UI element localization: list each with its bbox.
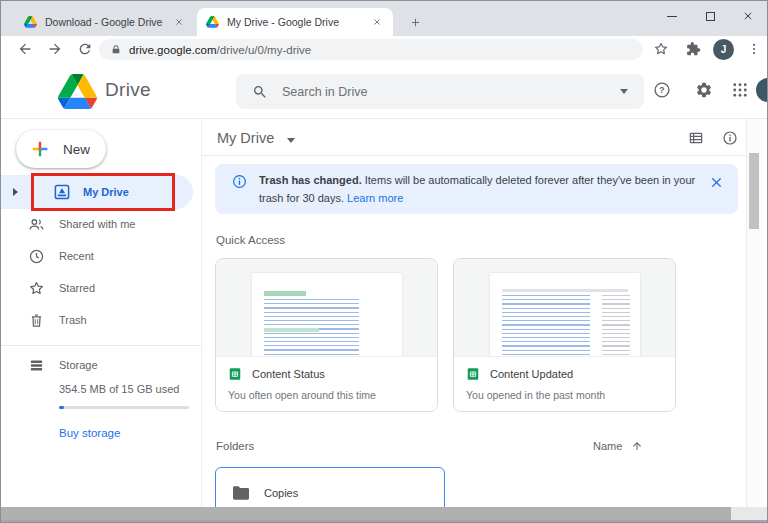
main-content: My Drive Trash has changed. Items will b…: [202, 119, 746, 507]
sidebar-item-label: Shared with me: [59, 218, 135, 230]
svg-text:?: ?: [659, 85, 664, 95]
search-icon: [252, 84, 268, 100]
sheets-icon: [466, 367, 480, 381]
window-controls: [653, 1, 767, 31]
drive-sidebar: New My Drive Shared with me Recent: [1, 119, 202, 507]
settings-button[interactable]: [695, 81, 713, 99]
address-bar[interactable]: drive.google.com/drive/u/0/my-drive: [99, 39, 643, 60]
close-icon: [743, 11, 753, 21]
list-view-icon: [688, 130, 704, 146]
horizontal-scrollbar[interactable]: [1, 507, 767, 520]
card-footer: Content Status You often open around thi…: [216, 356, 437, 412]
storage-usage-text: 354.5 MB of 15 GB used: [59, 383, 179, 395]
gear-icon: [695, 81, 713, 99]
account-avatar[interactable]: [756, 78, 768, 102]
avatar-initial: J: [721, 44, 727, 55]
sort-direction-button[interactable]: [631, 438, 643, 450]
tab-title: My Drive - Google Drive: [227, 16, 364, 28]
folder-item-copies[interactable]: Copies: [215, 467, 445, 507]
url-path: /drive/u/0/my-drive: [217, 44, 312, 56]
more-vert-icon: [747, 41, 761, 57]
browser-toolbar: drive.google.com/drive/u/0/my-drive J: [1, 36, 767, 63]
bookmark-star-icon: [653, 41, 669, 57]
info-icon: [722, 130, 738, 146]
close-window-button[interactable]: [729, 1, 767, 31]
sidebar-item-storage[interactable]: Storage: [1, 350, 201, 380]
maximize-icon: [706, 12, 715, 21]
list-view-button[interactable]: [688, 130, 704, 146]
new-button-label: New: [63, 142, 90, 157]
multicolor-plus-icon: [29, 138, 51, 160]
reload-button[interactable]: [77, 41, 93, 57]
page-title[interactable]: My Drive: [217, 130, 274, 146]
learn-more-link[interactable]: Learn more: [347, 192, 403, 204]
search-options-chevron-down-icon[interactable]: [620, 89, 628, 94]
title-chevron-down-icon[interactable]: [287, 138, 295, 143]
extensions-button[interactable]: [685, 41, 701, 57]
lock-icon: [111, 44, 121, 55]
browser-menu-button[interactable]: [747, 41, 761, 57]
card-subtitle: You opened in the past month: [466, 389, 663, 401]
new-tab-button[interactable]: [405, 12, 425, 32]
tab-download-google-drive[interactable]: Download - Google Drive: [15, 8, 195, 36]
forward-button[interactable]: [47, 41, 63, 57]
vertical-scrollbar-thumb[interactable]: [749, 153, 759, 229]
expand-right-icon[interactable]: [13, 188, 18, 196]
card-title: Content Status: [252, 368, 325, 380]
sidebar-item-my-drive[interactable]: My Drive: [1, 175, 201, 209]
star-icon: [28, 280, 45, 297]
storage-icon: [28, 357, 45, 374]
sidebar-item-trash[interactable]: Trash: [1, 305, 201, 335]
search-input[interactable]: [282, 85, 620, 99]
sidebar-item-label: Trash: [59, 314, 87, 326]
minimize-button[interactable]: [653, 1, 691, 31]
drive-header: Drive ?: [1, 63, 767, 119]
new-button[interactable]: New: [16, 130, 106, 168]
tab-title: Download - Google Drive: [45, 16, 166, 28]
bookmark-button[interactable]: [653, 41, 669, 57]
minimize-icon: [667, 16, 677, 17]
info-icon: [232, 174, 247, 189]
sort-by-name-button[interactable]: Name: [593, 440, 622, 452]
clock-icon: [28, 248, 45, 265]
folder-icon: [233, 486, 249, 500]
folders-label: Folders: [216, 440, 254, 452]
close-icon: [710, 176, 723, 189]
arrow-up-icon: [631, 440, 643, 452]
buy-storage-link[interactable]: Buy storage: [59, 427, 120, 439]
file-thumbnail: [454, 259, 675, 356]
sidebar-item-recent[interactable]: Recent: [1, 241, 201, 271]
sidebar-item-starred[interactable]: Starred: [1, 273, 201, 303]
tab-my-drive-google-drive[interactable]: My Drive - Google Drive: [197, 8, 393, 36]
storage-label: Storage: [59, 359, 98, 371]
page-title-row: My Drive: [202, 119, 746, 156]
banner-bold-text: Trash has changed.: [259, 174, 362, 186]
browser-profile-avatar[interactable]: J: [713, 39, 734, 60]
people-icon: [28, 216, 45, 233]
extensions-puzzle-icon: [685, 41, 701, 57]
back-icon: [17, 41, 33, 57]
sidebar-item-shared-with-me[interactable]: Shared with me: [1, 209, 201, 239]
quick-access-card-content-status[interactable]: Content Status You often open around thi…: [215, 258, 438, 412]
help-button[interactable]: ?: [653, 81, 671, 99]
card-subtitle: You often open around this time: [228, 389, 425, 401]
drive-search-bar[interactable]: [236, 74, 644, 109]
file-thumbnail: [216, 259, 437, 356]
apps-grid-icon: [731, 81, 749, 99]
tab-close-icon[interactable]: [370, 15, 384, 29]
maximize-button[interactable]: [691, 1, 729, 31]
help-icon: ?: [653, 81, 671, 99]
back-button[interactable]: [17, 41, 33, 57]
tab-close-icon[interactable]: [172, 15, 186, 29]
drive-favicon-icon: [206, 16, 219, 28]
trash-icon: [28, 312, 45, 329]
banner-close-button[interactable]: [710, 175, 723, 188]
horizontal-scrollbar-thumb[interactable]: [1, 507, 731, 520]
sidebar-item-label: My Drive: [83, 186, 129, 198]
quick-access-card-content-updated[interactable]: Content Updated You opened in the past m…: [453, 258, 676, 412]
details-button[interactable]: [722, 130, 738, 146]
card-footer: Content Updated You opened in the past m…: [454, 356, 675, 412]
vertical-scrollbar[interactable]: [746, 119, 760, 507]
url-domain: drive.google.com: [129, 44, 217, 56]
google-apps-button[interactable]: [731, 81, 749, 99]
